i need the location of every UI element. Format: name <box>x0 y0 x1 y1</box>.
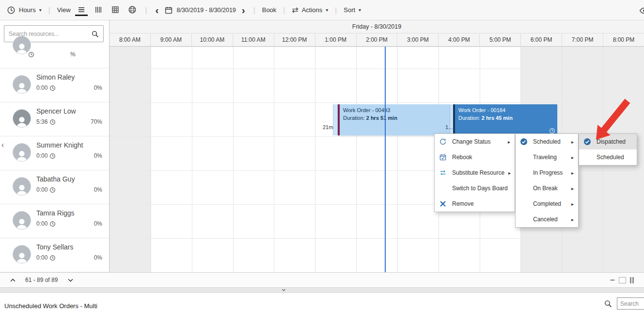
next-date-button[interactable]: › <box>240 5 247 15</box>
menu-item-scheduled[interactable]: Scheduled ▸ <box>516 134 578 149</box>
sort-dropdown[interactable]: Sort ▾ <box>344 6 361 14</box>
resource-sidebar: % Simon Raley 0:00 0% Spencer Low 5:36 7… <box>0 20 110 272</box>
resource-row[interactable]: Tony Sellars 0:00 0% <box>0 238 109 272</box>
menu-item-completed[interactable]: Completed ▸ <box>516 196 578 212</box>
menu-item-remove[interactable]: Remove <box>435 196 515 212</box>
list-icon <box>77 5 86 14</box>
work-order-event[interactable]: Work Order - 00184 Duration: 2 hrs 45 mi… <box>453 104 557 135</box>
resource-row-partial[interactable]: % <box>0 47 109 68</box>
columns-icon <box>94 5 103 14</box>
view-grid-button[interactable] <box>109 4 122 16</box>
travel-time-label: 21m <box>323 124 333 130</box>
avatar <box>13 143 31 162</box>
hour-label: 12:00 PM <box>274 33 315 46</box>
person-icon <box>15 41 29 54</box>
resource-row[interactable]: Summer Knight 0:00 0% <box>0 136 109 170</box>
eye-icon[interactable] <box>639 6 644 16</box>
unscheduled-panel: Unscheduled Work Orders - Multi <box>0 293 644 313</box>
hours-dropdown-label: Hours <box>19 6 36 14</box>
date-range-picker[interactable]: 8/30/2019 - 8/30/2019 <box>164 6 236 15</box>
menu-item-label: Traveling <box>533 154 557 161</box>
resource-row[interactable]: Tamra Riggs 0:00 0% <box>0 204 109 238</box>
date-range-label: 8/30/2019 - 8/30/2019 <box>176 7 236 14</box>
status-submenu: Scheduled ▸ Traveling ▸ In Progress ▸ On… <box>515 133 579 228</box>
search-icon[interactable] <box>91 30 99 38</box>
book-button[interactable]: Book <box>262 6 277 14</box>
resource-hours: 0:00 <box>36 152 47 159</box>
resource-row[interactable]: Spencer Low 5:36 70% <box>0 102 109 136</box>
hours-dropdown[interactable]: Hours ▾ <box>7 6 42 15</box>
person-icon <box>15 148 29 162</box>
event-title: Work Order - 00493 <box>343 107 446 114</box>
prev-date-button[interactable]: ‹ <box>154 5 160 15</box>
splitter-collapse-button[interactable] <box>276 288 291 292</box>
panel-title: Unscheduled Work Orders - Multi <box>4 302 97 310</box>
travel-time-block <box>450 104 453 135</box>
sidebar-collapse-handle[interactable] <box>0 138 6 152</box>
menu-item-change-status[interactable]: Change Status ▸ <box>435 134 515 149</box>
event-duration-value: 2 hrs 51 min <box>366 115 397 121</box>
clock-icon <box>49 187 56 193</box>
menu-item-label: Substitute Resource <box>452 169 504 176</box>
menu-item-rebook[interactable]: Rebook <box>435 149 515 165</box>
x-icon <box>439 200 447 208</box>
event-duration: Duration: 2 hrs 51 min <box>343 115 446 122</box>
zoom-slider-handle[interactable] <box>630 277 634 283</box>
view-columns-button[interactable] <box>92 4 105 16</box>
person-icon <box>15 216 29 230</box>
zoom-slider[interactable] <box>619 277 626 283</box>
avatar <box>13 177 31 196</box>
menu-item-switch-to-days-board[interactable]: Switch to Days Board <box>435 181 515 196</box>
hour-label: 6:00 PM <box>520 33 562 46</box>
page-down-button[interactable] <box>64 275 77 285</box>
hour-label: 1:00 PM <box>315 33 356 46</box>
annotation-arrow <box>589 96 635 145</box>
hour-label: 3:00 PM <box>397 33 438 46</box>
chevron-down-icon: ▾ <box>326 7 328 13</box>
toolbar-separator: | <box>283 6 285 14</box>
sort-label: Sort <box>344 6 355 14</box>
hour-label: 4:00 PM <box>438 33 479 46</box>
menu-item-label: Canceled <box>533 216 558 223</box>
person-icon <box>15 250 29 264</box>
work-order-event[interactable]: Work Order - 00493 Duration: 2 hrs 51 mi… <box>338 104 450 135</box>
view-map-button[interactable] <box>126 4 139 16</box>
day-header: Friday - 8/30/2019 <box>110 20 644 33</box>
horizontal-splitter[interactable] <box>0 287 644 293</box>
submenu-caret-icon: ▸ <box>567 155 574 160</box>
travel-time-label: 1... <box>445 124 453 130</box>
actions-label: Actions <box>302 6 323 14</box>
menu-item-in-progress[interactable]: In Progress ▸ <box>516 165 578 181</box>
event-title: Work Order - 00184 <box>458 107 554 114</box>
clock-icon <box>49 153 56 159</box>
resource-stats: 0:00 0% <box>36 84 103 91</box>
avatar <box>13 109 31 128</box>
menu-item-scheduled-option[interactable]: Scheduled <box>579 149 637 165</box>
resource-utilization: % <box>70 51 76 58</box>
chevron-left-icon <box>0 143 5 148</box>
submenu-caret-icon: ▸ <box>567 139 574 145</box>
toolbar-separator: | <box>253 6 255 14</box>
hour-label: 8:00 AM <box>110 33 150 46</box>
resource-name: Simon Raley <box>36 73 103 81</box>
resource-name: Tabatha Guy <box>36 175 103 183</box>
zoom-out-button[interactable]: − <box>610 276 615 284</box>
search-icon[interactable] <box>604 299 612 308</box>
chevron-down-icon: ▾ <box>359 7 361 13</box>
menu-item-substitute-resource[interactable]: Substitute Resource ▸ <box>435 165 515 181</box>
menu-item-on-break[interactable]: On Break ▸ <box>516 181 578 196</box>
page-up-button[interactable] <box>6 275 19 285</box>
resource-utilization: 0% <box>94 254 102 261</box>
chevron-down-icon <box>281 287 286 293</box>
zoom-controls: − <box>610 276 638 284</box>
menu-item-canceled[interactable]: Canceled ▸ <box>516 212 578 227</box>
actions-dropdown[interactable]: ⇄ Actions ▾ <box>292 6 328 14</box>
panel-search-input[interactable] <box>617 297 644 310</box>
resource-name: Summer Knight <box>36 141 103 149</box>
resource-row[interactable]: Simon Raley 0:00 0% <box>0 68 109 102</box>
resource-utilization: 70% <box>91 118 102 125</box>
view-list-button[interactable] <box>75 4 88 16</box>
resource-row[interactable]: Tabatha Guy 0:00 0% <box>0 170 109 204</box>
menu-item-traveling[interactable]: Traveling ▸ <box>516 149 578 165</box>
clock-icon <box>49 221 56 227</box>
